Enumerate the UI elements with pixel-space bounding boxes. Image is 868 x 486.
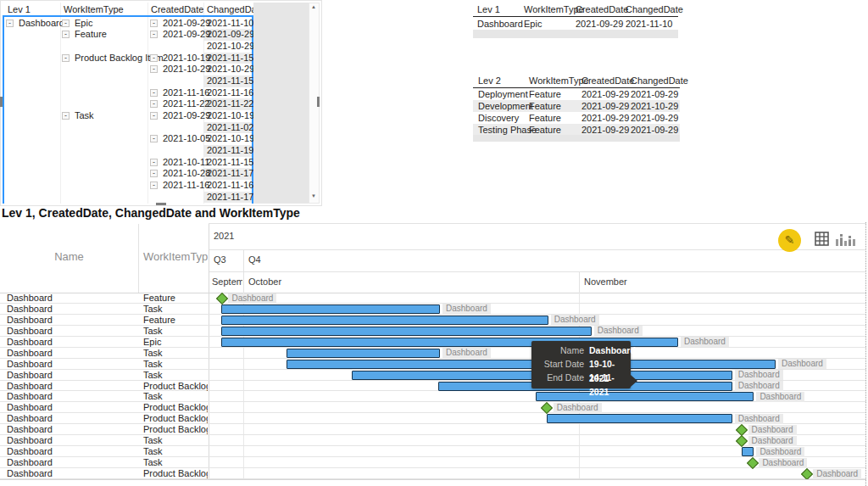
table-cell[interactable]: 2021-10-29 [631,100,678,112]
gantt-row[interactable]: DashboardProduct BacklogDashboard [0,402,866,413]
matrix-row[interactable]: 2021-11-15 [1,75,253,87]
expand-collapse-icon[interactable]: - [150,54,158,62]
matrix-row[interactable]: -2021-11-162021-11-16 [1,87,253,99]
matrix-row[interactable]: -2021-10-292021-10-29 [1,64,253,75]
resize-handle-left[interactable] [0,97,3,107]
table-row[interactable]: DiscoveryFeature2021-09-292021-09-29 [473,112,680,124]
t2-header-changeddate[interactable]: ChangedDate [631,75,688,86]
table-row[interactable]: DevelopmentFeature2021-09-292021-10-29 [473,100,680,112]
matrix-cell[interactable]: 2021-10-29 [163,64,210,75]
gantt-bar[interactable] [221,316,548,325]
chart-view-button[interactable] [835,232,855,250]
gantt-bar[interactable] [536,392,754,401]
gantt-row[interactable]: DashboardProduct BacklogDashboard [0,381,866,392]
gantt-bar[interactable] [547,414,732,423]
gantt-bar[interactable] [287,349,440,358]
gantt-row[interactable]: DashboardTaskDashboard [0,446,866,457]
gantt-row[interactable]: DashboardTaskDashboard [0,304,866,315]
matrix-visual[interactable]: Lev 1 WorkItemType CreatedDate ChangedDa… [0,0,322,206]
matrix-cell[interactable]: 2021-11-15 [207,157,253,169]
matrix-cell[interactable]: Epic [75,18,92,30]
matrix-row[interactable]: -2021-11-162021-11-16 [1,180,253,192]
expand-collapse-icon[interactable]: - [150,135,158,142]
gantt-row[interactable]: DashboardProduct BacklogDashboard [0,413,866,424]
gantt-row[interactable]: DashboardTaskDashboard [0,391,866,402]
table-cell[interactable]: 2021-09-29 [581,124,629,136]
matrix-cell[interactable]: 2021-11-10 [207,18,253,30]
matrix-cell[interactable]: 2021-09-29 [163,29,210,41]
gantt-row[interactable]: DashboardTaskDashboard [0,457,866,468]
scroll-up-icon[interactable]: ▲ [309,4,319,9]
table-cell[interactable]: 2021-09-29 [631,124,678,136]
matrix-cell[interactable]: 2021-11-22 [207,98,253,110]
expand-collapse-icon[interactable]: - [6,20,14,27]
table-cell[interactable]: Dashboard [477,18,523,30]
gantt-row[interactable]: DashboardTaskDashboard [0,326,866,337]
matrix-row[interactable]: -Task-2021-09-292021-10-19 [1,110,253,122]
gantt-row[interactable]: DashboardFeatureDashboard [0,315,866,326]
matrix-cell[interactable]: Feature [75,29,107,41]
gantt-row[interactable]: DashboardTaskDashboard [0,348,866,359]
gantt-milestone-diamond[interactable] [801,468,813,480]
gantt-milestone-diamond[interactable] [747,457,759,469]
matrix-cell[interactable]: 2021-11-16 [163,87,209,99]
resize-handle-right[interactable] [317,97,320,107]
matrix-cell[interactable]: 2021-10-11 [163,157,209,169]
matrix-row[interactable]: 2021-11-17 [1,192,253,204]
matrix-cell[interactable]: 2021-10-19 [207,110,254,122]
gantt-row[interactable]: DashboardTaskDashboard [0,435,866,446]
gantt-row[interactable]: DashboardTaskDashboard [0,359,866,370]
table-cell[interactable]: Feature [529,124,561,136]
table-cell[interactable]: 2021-09-29 [576,18,623,30]
table-cell[interactable]: 2021-09-29 [581,100,629,112]
matrix-cell[interactable]: 2021-10-29 [207,64,254,75]
gantt-bar[interactable] [742,447,754,456]
gantt-bar[interactable] [221,304,439,314]
table-lev2-visual[interactable]: Lev 2 WorkItemType CreatedDate ChangedDa… [473,72,680,142]
matrix-cell[interactable]: 2021-11-22 [163,98,209,110]
matrix-cell[interactable]: 2021-11-16 [163,180,209,192]
expand-collapse-icon[interactable]: - [150,182,158,189]
table-row[interactable]: DashboardEpic2021-09-292021-11-10 [473,18,678,30]
table-cell[interactable]: Epic [524,18,542,30]
matrix-row[interactable]: -2021-11-222021-11-22 [1,98,253,110]
expand-collapse-icon[interactable]: - [62,54,70,62]
t2-header-lev2[interactable]: Lev 2 [478,75,501,86]
matrix-row[interactable]: -2021-10-052021-10-19 [1,133,253,145]
table-cell[interactable]: 2021-09-29 [581,88,629,100]
table-cell[interactable]: Deployment [478,88,528,100]
gantt-row[interactable]: DashboardProduct BacklogDashboard [0,424,866,435]
expand-collapse-icon[interactable]: - [150,100,158,108]
expand-collapse-icon[interactable]: - [150,112,158,120]
expand-collapse-icon[interactable]: - [150,20,158,27]
table-cell[interactable]: Discovery [478,112,519,124]
expand-collapse-icon[interactable]: - [62,20,70,27]
expand-collapse-icon[interactable]: - [150,89,158,97]
matrix-cell[interactable]: Task [75,110,94,122]
gantt-milestone-diamond[interactable] [216,293,228,304]
table-cell[interactable]: Testing Phase [478,124,537,136]
matrix-row[interactable]: -Dashboard-Epic-2021-09-292021-11-10 [1,18,253,30]
scroll-down-icon[interactable]: ▼ [309,193,319,198]
matrix-cell[interactable]: 2021-10-29 [207,41,254,53]
gantt-bar[interactable] [221,327,591,336]
t1-header-changeddate[interactable]: ChangedDate [626,4,683,14]
matrix-cell[interactable]: 2021-10-19 [163,53,210,64]
table-cell[interactable]: 2021-09-29 [631,112,678,124]
matrix-cell[interactable]: 2021-11-16 [207,180,253,192]
matrix-row[interactable]: 2021-11-02 [1,122,253,134]
t2-header-workitemtype[interactable]: WorkItemType [529,75,589,86]
matrix-row[interactable]: -2021-10-282021-11-17 [1,168,253,180]
t1-header-lev1[interactable]: Lev 1 [477,4,500,14]
table-row[interactable]: Testing PhaseFeature2021-09-292021-09-29 [473,124,680,136]
resize-handle-bottom[interactable] [156,203,166,205]
expand-collapse-icon[interactable]: - [150,170,158,177]
matrix-cell[interactable]: Dashboard [19,18,64,30]
matrix-cell[interactable]: 2021-11-15 [207,75,253,87]
matrix-cell[interactable]: 2021-11-19 [207,145,253,157]
gantt-milestone-diamond[interactable] [736,424,748,436]
matrix-cell[interactable]: 2021-09-29 [163,110,210,122]
gantt-row[interactable]: DashboardFeatureDashboard [0,293,866,304]
gantt-visual[interactable]: Name WorkItemTyp 2021 Q3 Q4 Septem Octob… [0,222,866,486]
matrix-row[interactable]: -Product Backlog Item-2021-10-192021-11-… [1,53,253,64]
